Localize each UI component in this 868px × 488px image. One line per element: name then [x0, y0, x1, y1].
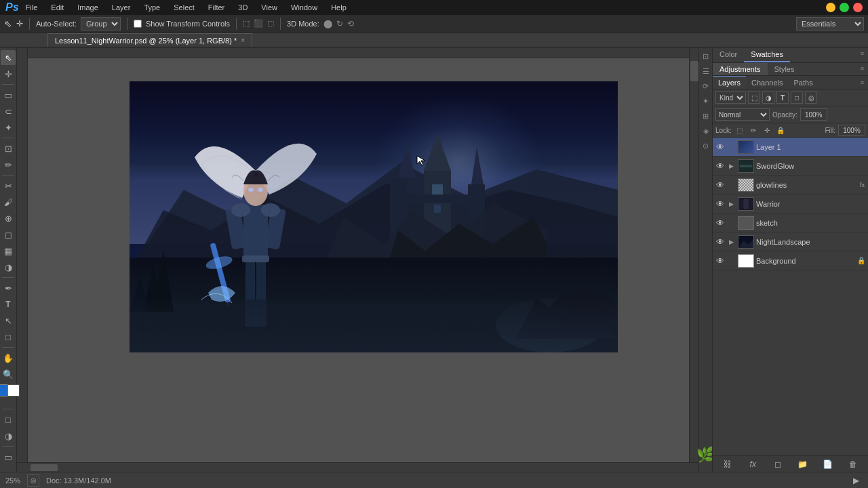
layer-row-glowlines[interactable]: 👁 glowlines fx	[713, 176, 868, 195]
foreground-color[interactable]	[0, 384, 7, 396]
tab-styles[interactable]: Styles	[768, 63, 802, 75]
vertical-scrollbar[interactable]	[689, 47, 698, 462]
eraser-tool[interactable]: ◻	[1, 227, 16, 242]
3d-icon-1[interactable]: ⬤	[323, 19, 332, 28]
layer-vis-background[interactable]: 👁	[714, 256, 726, 266]
layer-vis-warrior[interactable]: 👁	[714, 199, 726, 209]
layer-row-sketch[interactable]: 👁 sketch	[713, 214, 868, 232]
menu-help[interactable]: Help	[328, 2, 349, 13]
shape-tool[interactable]: □	[1, 329, 16, 344]
lock-position-btn[interactable]: ✛	[762, 125, 772, 136]
panel-icon-1[interactable]: ⊡	[700, 50, 712, 62]
gradient-tool[interactable]: ▦	[1, 243, 16, 258]
tab-layers[interactable]: Layers	[713, 76, 746, 89]
zoom-tool[interactable]: 🔍	[1, 367, 16, 382]
path-selection-tool[interactable]: ↖	[1, 313, 16, 328]
vscroll-thumb[interactable]	[690, 61, 698, 81]
crop-tool[interactable]: ⊡	[1, 141, 16, 156]
align-right-icon[interactable]: ⬚	[267, 19, 274, 28]
layer-expand-warrior[interactable]: ▶	[726, 201, 736, 207]
brush-tool[interactable]: 🖌	[1, 195, 16, 209]
menu-type[interactable]: Type	[141, 2, 163, 13]
layer-fx-btn[interactable]: fx	[747, 458, 759, 470]
edit-quick-mask[interactable]: ◑	[1, 428, 16, 443]
tab-swatches[interactable]: Swatches	[744, 47, 790, 62]
tab-paths[interactable]: Paths	[789, 77, 818, 89]
filter-kind-dropdown[interactable]: Kind	[715, 92, 746, 104]
document-tab[interactable]: Lesson11_NightWarrior.psd @ 25% (Layer 1…	[47, 33, 252, 47]
menu-layer[interactable]: Layer	[109, 2, 134, 13]
auto-select-dropdown[interactable]: Group Layer	[81, 17, 121, 30]
blend-mode-dropdown[interactable]: Normal Multiply Screen	[715, 108, 770, 121]
layer-row-background[interactable]: 👁 Background 🔒	[713, 251, 868, 270]
panel-icon-2[interactable]: ☰	[700, 65, 712, 77]
tab-color[interactable]: Color	[713, 47, 744, 62]
hscroll-thumb[interactable]	[31, 464, 58, 471]
show-transform-checkbox[interactable]	[134, 20, 142, 28]
proof-colors-btn[interactable]: ◎	[27, 474, 39, 487]
close-button[interactable]	[853, 3, 863, 12]
edit-standard-mode[interactable]: □	[1, 412, 16, 427]
menu-edit[interactable]: Edit	[48, 2, 66, 13]
canvas-area[interactable]	[28, 47, 689, 462]
add-mask-btn[interactable]: ◻	[772, 458, 784, 470]
opacity-input[interactable]	[800, 108, 827, 121]
panel-icon-7[interactable]: ⊙	[700, 140, 712, 152]
align-left-icon[interactable]: ⬚	[243, 19, 250, 28]
panel-icon-3[interactable]: ⟳	[700, 80, 712, 92]
pen-tool[interactable]: ✒	[1, 281, 16, 296]
layer-expand-swordglow[interactable]: ▶	[726, 163, 736, 169]
filter-adjust-btn[interactable]: ◑	[762, 92, 774, 104]
3d-icon-3[interactable]: ⟲	[347, 19, 354, 28]
menu-file[interactable]: File	[23, 2, 41, 13]
minimize-button[interactable]	[826, 3, 835, 12]
filter-pixel-btn[interactable]: ⬚	[748, 92, 760, 104]
menu-view[interactable]: View	[258, 2, 280, 13]
workspace-dropdown[interactable]: Essentials	[796, 17, 864, 30]
tab-adjustments[interactable]: Adjustments	[713, 63, 768, 75]
horizontal-scrollbar[interactable]	[17, 462, 698, 472]
lock-transparent-btn[interactable]: ⬚	[734, 125, 745, 136]
align-center-icon[interactable]: ⬛	[254, 19, 263, 28]
lock-image-btn[interactable]: ✏	[748, 125, 759, 136]
wand-tool[interactable]: ✦	[1, 120, 16, 135]
hand-tool[interactable]: ✋	[1, 350, 16, 365]
menu-select[interactable]: Select	[171, 2, 197, 13]
marquee-tool[interactable]: ▭	[1, 87, 16, 102]
menu-window[interactable]: Window	[288, 2, 320, 13]
link-layers-btn[interactable]: ⛓	[722, 458, 734, 470]
status-arrow[interactable]: ▶	[853, 476, 863, 485]
new-group-btn[interactable]: 📁	[797, 458, 809, 470]
type-tool[interactable]: T	[1, 297, 16, 312]
panel-icon-6[interactable]: ◈	[700, 125, 712, 137]
lasso-tool[interactable]: ⊂	[1, 104, 16, 119]
layer-vis-sketch[interactable]: 👁	[714, 218, 726, 228]
layer-row-warrior[interactable]: 👁 ▶ Warrior	[713, 195, 868, 214]
layer-row-swordglow[interactable]: 👁 ▶ SwordGlow	[713, 157, 868, 176]
filter-smart-btn[interactable]: ◎	[805, 92, 817, 104]
clone-tool[interactable]: ⊕	[1, 211, 16, 226]
filter-type-btn[interactable]: T	[776, 92, 789, 104]
panel-icon-5[interactable]: ⊞	[700, 110, 712, 122]
layer-row-nightlandscape[interactable]: 👁 ▶ NightLandscape	[713, 232, 868, 251]
panel-collapse-btn-3[interactable]: ≡	[856, 77, 868, 88]
layer-row-layer1[interactable]: 👁 Layer 1	[713, 138, 868, 157]
move-tool[interactable]: ⇖	[1, 50, 16, 65]
layer-vis-layer1[interactable]: 👁	[714, 142, 726, 152]
dodge-tool[interactable]: ◑	[1, 260, 16, 274]
menu-3d[interactable]: 3D	[235, 2, 250, 13]
layer-vis-swordglow[interactable]: 👁	[714, 161, 726, 171]
maximize-button[interactable]	[840, 3, 849, 12]
fill-input[interactable]	[838, 125, 865, 136]
healing-tool[interactable]: ✂	[1, 178, 16, 193]
screen-mode[interactable]: ▭	[1, 449, 16, 464]
artboard-tool[interactable]: ✛	[1, 66, 16, 81]
layer-expand-nightlandscape[interactable]: ▶	[726, 239, 736, 245]
tab-close-button[interactable]: ×	[241, 37, 245, 44]
lock-all-btn[interactable]: 🔒	[775, 125, 786, 136]
menu-image[interactable]: Image	[75, 2, 101, 13]
new-layer-btn[interactable]: 📄	[822, 458, 834, 470]
panel-icon-4[interactable]: ✦	[700, 95, 712, 107]
panel-collapse-btn-2[interactable]: ≡	[856, 63, 868, 75]
3d-icon-2[interactable]: ↻	[336, 19, 343, 28]
